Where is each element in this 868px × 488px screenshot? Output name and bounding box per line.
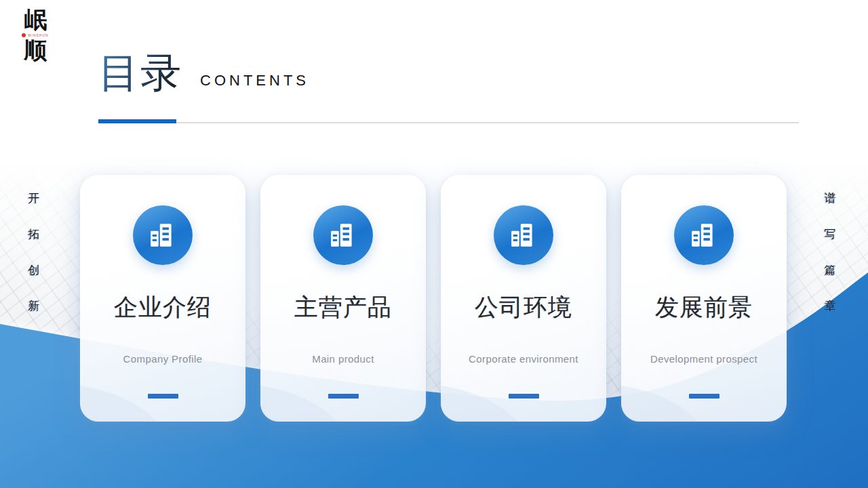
card-accent-bar bbox=[148, 394, 178, 399]
card-subtitle: Company Profile bbox=[123, 354, 203, 364]
toc-card-development-prospect[interactable]: 发展前景 Development prospect bbox=[621, 175, 787, 422]
slogan-char: 新 bbox=[28, 298, 40, 314]
icon-circle bbox=[674, 205, 734, 265]
header-divider-line bbox=[98, 122, 799, 123]
card-subtitle: Corporate environment bbox=[469, 354, 578, 364]
company-logo: 岷 MINSHUN 顺 bbox=[15, 8, 56, 62]
buildings-icon bbox=[509, 221, 538, 249]
logo-char-bottom: 顺 bbox=[15, 39, 56, 62]
icon-circle bbox=[133, 205, 193, 265]
toc-card-company-profile[interactable]: 企业介绍 Company Profile bbox=[80, 175, 245, 422]
toc-card-main-product[interactable]: 主营产品 Main product bbox=[260, 175, 426, 422]
slogan-char: 拓 bbox=[28, 226, 40, 242]
slogan-char: 写 bbox=[825, 226, 836, 242]
card-accent-bar bbox=[328, 394, 359, 399]
left-vertical-slogan: 开 拓 创 新 bbox=[24, 190, 44, 314]
slogan-char: 开 bbox=[28, 190, 40, 206]
header: 目录 CONTENTS bbox=[98, 53, 309, 94]
card-title: 发展前景 bbox=[655, 295, 753, 319]
page-title: 目录 bbox=[98, 53, 182, 94]
icon-circle bbox=[494, 205, 553, 265]
card-title: 主营产品 bbox=[294, 295, 392, 319]
buildings-icon bbox=[149, 221, 177, 249]
buildings-icon bbox=[690, 221, 718, 249]
slide: 岷 MINSHUN 顺 目录 CONTENTS 开 拓 创 新 谱 写 篇 章 bbox=[0, 0, 868, 488]
card-accent-bar bbox=[509, 394, 539, 399]
slogan-char: 创 bbox=[28, 262, 40, 278]
right-vertical-slogan: 谱 写 篇 章 bbox=[820, 190, 840, 314]
card-subtitle: Development prospect bbox=[650, 354, 757, 364]
slogan-char: 章 bbox=[825, 298, 836, 314]
slogan-char: 谱 bbox=[825, 190, 836, 206]
slogan-char: 篇 bbox=[825, 262, 836, 278]
card-accent-bar bbox=[689, 394, 719, 399]
card-title: 公司环境 bbox=[475, 295, 572, 319]
icon-circle bbox=[313, 205, 373, 265]
page-subtitle: CONTENTS bbox=[200, 72, 309, 89]
logo-char-top: 岷 bbox=[15, 8, 56, 32]
header-accent-bar bbox=[98, 119, 176, 123]
toc-card-corporate-environment[interactable]: 公司环境 Corporate environment bbox=[441, 175, 606, 422]
card-subtitle: Main product bbox=[312, 354, 374, 364]
buildings-icon bbox=[329, 221, 357, 249]
card-title: 企业介绍 bbox=[114, 295, 212, 319]
